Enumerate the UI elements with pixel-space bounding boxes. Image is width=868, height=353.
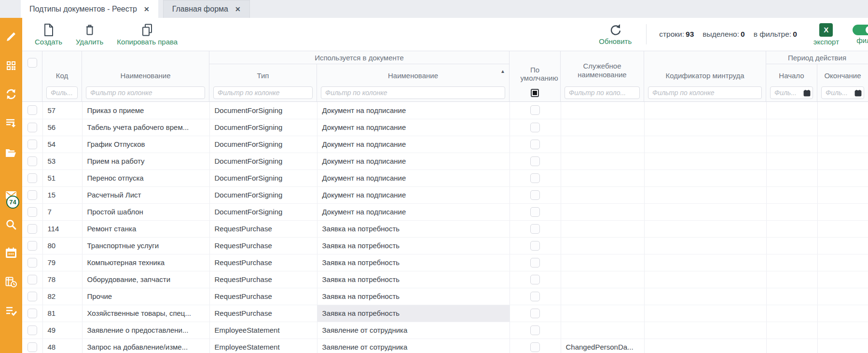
cell-mintrud <box>644 119 766 136</box>
table-row[interactable]: 78Оборудование, запчастиRequestPurchaseЗ… <box>22 271 868 288</box>
search-icon[interactable] <box>4 218 18 231</box>
default-checkbox[interactable] <box>530 105 540 115</box>
refresh-button[interactable]: Обновить <box>599 23 632 45</box>
row-checkbox[interactable] <box>28 342 37 352</box>
toggle-on-icon[interactable] <box>853 25 868 35</box>
cell-code: 114 <box>42 220 82 237</box>
row-checkbox[interactable] <box>28 190 37 200</box>
tab-main-form[interactable]: Главная форма ✕ <box>163 0 250 18</box>
column-header-type[interactable]: Тип <box>209 64 317 85</box>
close-icon[interactable]: ✕ <box>144 6 150 13</box>
column-header-mintrud[interactable]: Кодификатор минтруда <box>644 51 766 85</box>
export-button[interactable]: X экспорт <box>813 23 839 46</box>
table-row[interactable]: 48Запрос на добавление/изме...EmployeeSt… <box>22 339 868 353</box>
sync-icon[interactable] <box>4 87 18 101</box>
name-filter-input[interactable] <box>86 86 205 99</box>
cell-default <box>510 203 561 220</box>
table-row[interactable]: 82ПрочиеRequestPurchaseЗаявка на потребн… <box>22 288 868 305</box>
row-checkbox[interactable] <box>28 105 37 115</box>
table-row[interactable]: 54График ОтпусковDocumentForSigningДокум… <box>22 136 868 153</box>
checklist-icon[interactable] <box>4 304 18 317</box>
table-row[interactable]: 80Транспортные услугиRequestPurchaseЗаяв… <box>22 237 868 254</box>
default-checkbox[interactable] <box>530 173 540 183</box>
create-button[interactable]: Создать <box>35 23 62 46</box>
code-filter-input[interactable] <box>46 86 78 99</box>
default-checkbox[interactable] <box>530 325 540 335</box>
table-row[interactable]: 56Табель учета рабочего врем...DocumentF… <box>22 119 868 136</box>
mintrud-filter-input[interactable] <box>648 86 762 99</box>
column-header-start[interactable]: Начало <box>766 64 817 85</box>
table-row[interactable]: 114Ремонт станкаRequestPurchaseЗаявка на… <box>22 220 868 237</box>
service-filter-input[interactable] <box>565 86 640 99</box>
tab-document-subtypes[interactable]: Подтипы документов - Реестр ✕ <box>21 0 158 18</box>
default-checkbox[interactable] <box>530 241 540 251</box>
row-checkbox[interactable] <box>28 292 37 301</box>
default-checkbox[interactable] <box>530 309 540 318</box>
row-checkbox[interactable] <box>28 275 37 284</box>
default-checkbox[interactable] <box>530 224 540 234</box>
type-filter-input[interactable] <box>213 86 313 99</box>
column-header-name[interactable]: Наименование <box>82 51 209 85</box>
selected-stat: выделено:0 <box>703 30 744 39</box>
calendar-icon[interactable] <box>4 246 18 260</box>
default-checkbox[interactable] <box>530 207 540 217</box>
select-all-checkbox[interactable] <box>28 58 37 68</box>
cell-start <box>766 288 817 305</box>
row-checkbox[interactable] <box>28 241 37 251</box>
cell-start <box>766 254 817 271</box>
copy-rights-button[interactable]: Копировать права <box>117 23 178 46</box>
cell-end <box>817 169 868 186</box>
column-header-doc-name[interactable]: Наименование ▲ <box>317 64 510 85</box>
cell-default <box>510 136 561 153</box>
row-select-cell <box>22 119 42 136</box>
row-checkbox[interactable] <box>28 309 37 318</box>
default-checkbox[interactable] <box>530 275 540 284</box>
report-clock-icon[interactable] <box>4 275 18 289</box>
default-checkbox[interactable] <box>530 156 540 166</box>
default-checkbox[interactable] <box>530 123 540 132</box>
cell-service-name <box>561 153 644 169</box>
filter-toggle-button[interactable]: фил <box>853 25 868 44</box>
row-checkbox[interactable] <box>28 325 37 335</box>
table-row[interactable]: 7Простой шаблонDocumentForSigningДокумен… <box>22 203 868 220</box>
row-checkbox[interactable] <box>28 224 37 234</box>
row-checkbox[interactable] <box>28 140 37 149</box>
calendar-picker-icon[interactable] <box>803 89 811 97</box>
cell-type: RequestPurchase <box>209 237 317 254</box>
row-checkbox[interactable] <box>28 173 37 183</box>
table-row[interactable]: 57Приказ о приемеDocumentForSigningДокум… <box>22 102 868 119</box>
doc-name-filter-input[interactable] <box>321 86 505 99</box>
table-row[interactable]: 81Хозяйственные товары, спец...RequestPu… <box>22 305 868 322</box>
row-checkbox[interactable] <box>28 156 37 166</box>
qr-code-icon[interactable] <box>4 59 18 72</box>
default-checkbox[interactable] <box>530 292 540 301</box>
row-checkbox[interactable] <box>28 123 37 132</box>
column-header-default[interactable]: По умолчанию <box>510 51 561 85</box>
column-header-service-name[interactable]: Служебное наименование <box>561 51 644 85</box>
sort-asc-icon[interactable]: ▲ <box>500 69 505 74</box>
folder-open-icon[interactable] <box>4 146 18 160</box>
row-select-cell <box>22 254 42 271</box>
default-checkbox[interactable] <box>530 342 540 352</box>
calendar-picker-icon[interactable] <box>854 89 862 97</box>
column-header-code[interactable]: Код <box>42 51 82 85</box>
cell-end <box>817 322 868 339</box>
table-row[interactable]: 15Расчетный ЛистDocumentForSigningДокуме… <box>22 186 868 203</box>
list-download-icon[interactable] <box>4 116 18 130</box>
table-row[interactable]: 51Перенос отпускаDocumentForSigningДокум… <box>22 169 868 186</box>
default-checkbox[interactable] <box>530 258 540 268</box>
default-checkbox[interactable] <box>530 190 540 200</box>
default-filter-checkbox[interactable] <box>531 89 539 97</box>
pencil-icon[interactable] <box>4 30 18 43</box>
close-icon[interactable]: ✕ <box>235 6 241 13</box>
row-checkbox[interactable] <box>28 207 37 217</box>
column-header-end[interactable]: Окончание <box>817 64 868 85</box>
table-row[interactable]: 53Прием на работуDocumentForSigningДокум… <box>22 153 868 169</box>
table-row[interactable]: 79Компьютерная техникаRequestPurchaseЗая… <box>22 254 868 271</box>
cell-end <box>817 305 868 322</box>
cell-doc-name: Документ на подписание <box>317 102 510 119</box>
table-row[interactable]: 49Заявление о предоставлени...EmployeeSt… <box>22 322 868 339</box>
delete-button[interactable]: Удалить <box>76 23 103 46</box>
row-checkbox[interactable] <box>28 258 37 268</box>
default-checkbox[interactable] <box>530 140 540 149</box>
